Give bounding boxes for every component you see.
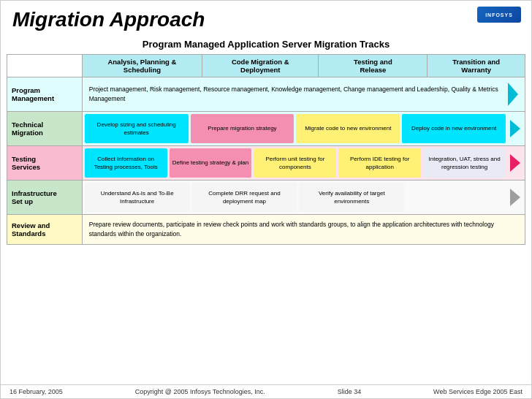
th-transition: Transition andWarranty — [428, 55, 525, 77]
infrastructure-row: InfrastructureSet up Understand As-Is an… — [7, 180, 525, 215]
infra-item-3: Verify availability of target environmen… — [299, 183, 404, 212]
tech-item-4: Deploy code in new environment — [402, 114, 506, 143]
tech-item-2: Prepare migration strategy — [191, 114, 294, 143]
header: Migration Approach INFOSYS — [1, 1, 531, 36]
footer-slide: Slide 34 — [338, 388, 362, 395]
testing-services-row: TestingServices Collect Information on T… — [7, 146, 525, 180]
row-label-testing: TestingServices — [7, 146, 83, 180]
footer-copyright: Copyright @ 2005 Infosys Technologies, I… — [135, 388, 265, 395]
program-management-content: Project management, Risk management, Res… — [82, 77, 525, 112]
program-management-text: Project management, Risk management, Res… — [85, 80, 522, 109]
technical-migration-content: Develop sizing and scheduling estimates … — [82, 112, 525, 146]
th-analysis: Analysis, Planning &Scheduling — [82, 55, 202, 77]
test-item-2: Define testing strategy & plan — [170, 148, 252, 178]
th-empty — [7, 55, 83, 77]
arrow-icon-infrastructure — [508, 183, 522, 212]
footer-date: 16 February, 2005 — [10, 388, 63, 395]
migration-table: Analysis, Planning &Scheduling Code Migr… — [7, 54, 525, 245]
footer: 16 February, 2005 Copyright @ 2005 Infos… — [1, 384, 531, 398]
infrastructure-items: Understand As-Is and To-Be Infrastructur… — [85, 183, 522, 212]
arrow-icon-testing — [508, 148, 522, 178]
arrow-icon-technical — [508, 114, 522, 143]
infrastructure-content: Understand As-Is and To-Be Infrastructur… — [82, 180, 525, 215]
row-label-infrastructure: InfrastructureSet up — [7, 180, 83, 215]
technical-items: Develop sizing and scheduling estimates … — [85, 114, 522, 143]
infra-item-1: Understand As-Is and To-Be Infrastructur… — [85, 183, 190, 212]
test-item-3: Perform unit testing for components — [254, 148, 336, 178]
row-label-program: ProgramManagement — [7, 77, 83, 112]
th-testing: Testing andRelease — [319, 55, 428, 77]
testing-services-content: Collect Information on Testing processes… — [82, 146, 525, 180]
page: Migration Approach INFOSYS Program Manag… — [0, 0, 532, 399]
test-item-5: Integration, UAT, stress and regression … — [423, 148, 506, 178]
tech-item-1: Develop sizing and scheduling estimates — [85, 114, 189, 143]
review-standards-row: Review andStandards Prepare review docum… — [7, 215, 525, 245]
logo: INFOSYS — [477, 7, 521, 23]
footer-event: Web Services Edge 2005 East — [433, 388, 522, 395]
review-standards-text: Prepare review documents, participate in… — [85, 217, 522, 242]
main-table-wrapper: Analysis, Planning &Scheduling Code Migr… — [1, 54, 531, 384]
tech-item-3: Migrate code to new environment — [296, 114, 400, 143]
technical-migration-row: TechnicalMigration Develop sizing and sc… — [7, 112, 525, 146]
row-label-technical: TechnicalMigration — [7, 112, 83, 146]
infra-spacer — [406, 183, 506, 212]
review-standards-content: Prepare review documents, participate in… — [82, 215, 525, 245]
th-code: Code Migration &Deployment — [202, 55, 319, 77]
test-item-1: Collect Information on Testing processes… — [85, 148, 167, 178]
column-header-row: Analysis, Planning &Scheduling Code Migr… — [7, 55, 525, 77]
subtitle: Program Managed Application Server Migra… — [1, 39, 531, 50]
row-label-review: Review andStandards — [7, 215, 83, 245]
infra-item-2: Complete DRR request and deployment map — [192, 183, 297, 212]
test-item-4: Perform IDE testing for application — [338, 148, 421, 178]
arrow-icon-program — [508, 83, 518, 106]
program-management-row: ProgramManagement Project management, Ri… — [7, 77, 525, 112]
testing-items: Collect Information on Testing processes… — [85, 148, 522, 178]
page-title: Migration Approach — [12, 8, 520, 31]
